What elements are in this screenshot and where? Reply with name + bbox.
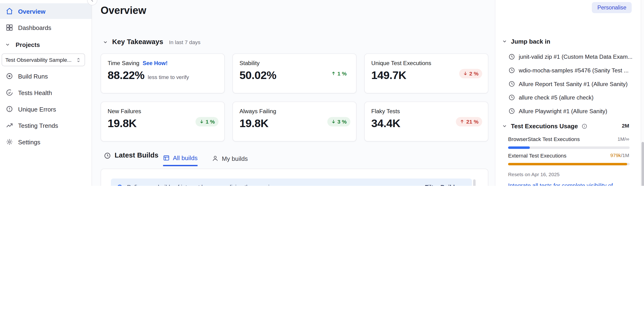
metric-delta: 3 % bbox=[327, 117, 350, 126]
info-icon bbox=[116, 184, 123, 186]
usage-row-label: External Test Executions bbox=[508, 152, 566, 159]
main-area: Overview Key Takeaways In last 7 days Ti… bbox=[92, 0, 495, 186]
sidebar-item-build-runs[interactable]: Build Runs bbox=[0, 68, 92, 84]
filter-builds-link[interactable]: Filter Builds → bbox=[425, 184, 465, 186]
usage-progressbar bbox=[508, 146, 630, 149]
tab-my-builds[interactable]: My builds bbox=[212, 150, 248, 166]
metric-value: 50.02% bbox=[240, 69, 276, 82]
usage-row-label: BrowserStack Test Executions bbox=[508, 136, 580, 142]
metric-label: Always Failing bbox=[240, 108, 276, 114]
usage-row-value: 1M/∞ bbox=[618, 136, 629, 142]
metric-delta: 21 % bbox=[456, 117, 482, 126]
tab-all-builds[interactable]: All builds bbox=[163, 150, 198, 166]
project-select[interactable]: Test Observability Sample... bbox=[2, 54, 85, 66]
panel-section-title: Jump back in bbox=[511, 38, 550, 45]
jump-back-item[interactable]: Allure Report Test Sanity #1 (Allure San… bbox=[508, 79, 634, 88]
sidebar-item-settings[interactable]: Settings bbox=[0, 134, 92, 150]
sidebar-item-label: Testing Trends bbox=[18, 122, 58, 129]
metric-label: Stability bbox=[240, 60, 260, 66]
history-clock-icon bbox=[508, 81, 515, 87]
jump-back-item[interactable]: Allure Playwright #1 (Allure Sanity) bbox=[508, 107, 634, 115]
metric-card-flaky-tests: Flaky Tests 34.4K 21 % bbox=[364, 102, 488, 141]
section-title: Latest Builds bbox=[115, 151, 158, 160]
home-icon bbox=[6, 7, 13, 15]
chevron-left-icon bbox=[90, 0, 94, 2]
sidebar-item-label: Overview bbox=[18, 8, 46, 15]
metric-delta: 1 % bbox=[196, 117, 218, 126]
jump-back-item[interactable]: allure check #5 (allure check) bbox=[508, 93, 634, 102]
banner-text: Refine your builds of interest by person… bbox=[127, 184, 291, 186]
window-scrollbar[interactable] bbox=[641, 0, 644, 186]
usage-row-value: 979k/1M bbox=[610, 152, 629, 158]
metric-card-stability: Stability 50.02% 1 % bbox=[232, 54, 356, 93]
chevron-down-icon bbox=[103, 39, 108, 45]
usage-reset-date: Resets on Apr 16, 2025 bbox=[508, 172, 560, 177]
arrow-down-icon bbox=[463, 71, 468, 76]
page-title: Overview bbox=[100, 5, 146, 17]
metric-delta: 2 % bbox=[459, 69, 482, 78]
sidebar-item-label: Unique Errors bbox=[18, 105, 56, 112]
sidebar-item-label: Settings bbox=[18, 138, 40, 145]
sidebar: Overview Dashboards Projects Test Observ… bbox=[0, 0, 92, 186]
arrow-up-icon bbox=[460, 119, 464, 124]
section-subtitle: In last 7 days bbox=[169, 39, 200, 45]
usage-header[interactable]: Test Executions Usage bbox=[502, 123, 587, 130]
metric-label: New Failures bbox=[108, 108, 141, 114]
jump-back-item[interactable]: junit-valid zip #1 (Custom Meta Data Exa… bbox=[508, 52, 634, 61]
sidebar-item-dashboards[interactable]: Dashboards bbox=[0, 20, 92, 35]
projects-group-label: Projects bbox=[16, 41, 40, 48]
latest-builds-header: Latest Builds bbox=[104, 151, 158, 160]
sidebar-item-overview[interactable]: Overview bbox=[0, 3, 92, 19]
personalise-button[interactable]: Personalise bbox=[592, 2, 632, 13]
testing-trends-icon bbox=[6, 122, 13, 129]
builds-scrollbar[interactable] bbox=[473, 179, 476, 186]
sidebar-item-testing-trends[interactable]: Testing Trends bbox=[0, 118, 92, 133]
arrow-down-icon bbox=[199, 119, 204, 124]
jump-back-in-header[interactable]: Jump back in bbox=[502, 38, 550, 45]
jump-back-item-label: Allure Playwright #1 (Allure Sanity) bbox=[519, 108, 607, 114]
jump-back-item[interactable]: wdio-mocha-samples #5476 (Sanity Test ..… bbox=[508, 66, 634, 75]
key-takeaways-header[interactable]: Key Takeaways In last 7 days bbox=[103, 38, 200, 46]
arrow-down-icon bbox=[331, 119, 336, 124]
info-icon bbox=[582, 123, 587, 129]
usage-progressbar bbox=[508, 163, 630, 165]
metric-card-unique-test-executions: Unique Test Executions 149.7K 2 % bbox=[364, 54, 488, 93]
metric-value: 149.7K bbox=[371, 69, 406, 82]
sidebar-item-unique-errors[interactable]: Unique Errors bbox=[0, 101, 92, 117]
section-title: Key Takeaways bbox=[112, 38, 163, 46]
metric-label: Time Saving bbox=[108, 60, 140, 66]
chevron-down-icon bbox=[502, 39, 507, 44]
metric-label: Flaky Tests bbox=[371, 108, 400, 114]
integrate-tests-link[interactable]: Integrate all tests for complete visibil… bbox=[508, 182, 616, 186]
arrow-up-icon bbox=[331, 71, 336, 76]
history-clock-icon bbox=[508, 67, 515, 74]
chevron-down-icon bbox=[5, 42, 10, 47]
tab-label: All builds bbox=[173, 154, 198, 161]
panel-section-title: Test Executions Usage bbox=[511, 123, 578, 130]
window-scrollbar-thumb[interactable] bbox=[642, 142, 644, 186]
jump-back-item-label: Allure Report Test Sanity #1 (Allure San… bbox=[519, 81, 628, 87]
sidebar-item-tests-health[interactable]: Tests Health bbox=[0, 85, 92, 100]
sidebar-item-label: Dashboards bbox=[18, 24, 51, 31]
chevron-down-icon bbox=[502, 123, 507, 129]
builds-grid-icon bbox=[163, 154, 170, 161]
history-clock-icon bbox=[508, 54, 515, 60]
history-clock-icon bbox=[508, 94, 515, 101]
metric-card-new-failures: New Failures 19.8K 1 % bbox=[100, 102, 225, 141]
sidebar-group-projects[interactable]: Projects bbox=[0, 38, 92, 51]
metric-label: Unique Test Executions bbox=[371, 60, 431, 66]
history-clock-icon bbox=[508, 108, 515, 114]
latest-builds-panel: Refine your builds of interest by person… bbox=[100, 169, 488, 186]
dashboards-grid-icon bbox=[6, 24, 13, 31]
see-how-link[interactable]: See How! bbox=[143, 60, 168, 66]
select-updown-icon bbox=[76, 57, 81, 63]
metric-suffix: less time to verify bbox=[148, 74, 189, 80]
gear-icon bbox=[6, 138, 13, 145]
history-clock-icon bbox=[104, 152, 111, 159]
tab-label: My builds bbox=[222, 155, 248, 162]
tests-health-icon bbox=[6, 89, 13, 96]
jump-back-item-label: allure check #5 (allure check) bbox=[519, 94, 594, 101]
external-link-icon[interactable] bbox=[624, 185, 629, 186]
app-window: Overview Dashboards Projects Test Observ… bbox=[0, 0, 644, 186]
metric-card-time-saving: Time Saving See How! 88.22% less time to… bbox=[100, 54, 225, 93]
